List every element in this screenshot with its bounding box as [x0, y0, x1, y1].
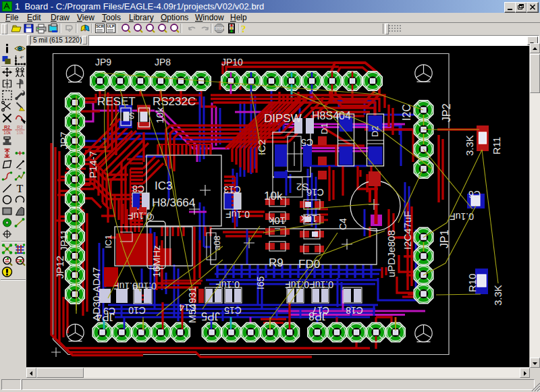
svg-text:10k: 10k: [269, 215, 286, 227]
svg-text:JP12: JP12: [54, 256, 65, 279]
svg-text:I65: I65: [255, 276, 266, 289]
svg-text:JP5: JP5: [201, 310, 220, 322]
svg-text:0.1uF: 0.1uF: [128, 211, 152, 221]
svg-text:JP4: JP4: [96, 311, 115, 323]
svg-text:I2C47uF: I2C47uF: [402, 211, 413, 250]
svg-text:H8S404: H8S404: [312, 110, 351, 121]
svg-text:C4: C4: [338, 218, 348, 230]
svg-text:C5: C5: [301, 137, 313, 148]
svg-text:DIPSW: DIPSW: [264, 112, 302, 125]
svg-text:D2: D2: [370, 125, 380, 137]
svg-text:10k: 10k: [16, 130, 24, 135]
svg-text:STOP: STOP: [215, 26, 224, 30]
svg-text:RS232C: RS232C: [153, 95, 196, 108]
svg-text:D1: D1: [319, 123, 329, 134]
svg-text:SCR: SCR: [96, 24, 104, 28]
svg-text:RESET: RESET: [97, 95, 136, 108]
svg-text:4°: 4°: [20, 55, 24, 59]
svg-text:IC3: IC3: [155, 179, 172, 192]
svg-text:C16: C16: [306, 187, 324, 198]
svg-text:16MHz: 16MHz: [151, 245, 162, 277]
svg-text:C8: C8: [132, 184, 144, 194]
svg-text:IC1: IC1: [103, 235, 113, 248]
svg-text:JP8: JP8: [155, 57, 171, 67]
svg-text:0.1uF: 0.1uF: [309, 279, 333, 290]
svg-text:JP9: JP9: [95, 57, 111, 67]
svg-text:10k: 10k: [300, 213, 317, 225]
svg-text:JP8: JP8: [308, 310, 327, 322]
svg-text:uPDJe808: uPDJe808: [385, 230, 397, 277]
svg-text:C15: C15: [224, 305, 242, 316]
svg-text:C18: C18: [346, 305, 363, 316]
svg-text:R11: R11: [491, 137, 502, 155]
svg-text:C13: C13: [223, 184, 241, 195]
svg-text:ULP: ULP: [107, 24, 115, 28]
svg-text:JP1: JP1: [439, 229, 450, 248]
svg-text:3.3K: 3.3K: [492, 285, 504, 306]
svg-text:C6: C6: [468, 189, 481, 200]
svg-text:C10: C10: [128, 305, 146, 316]
svg-text:10k: 10k: [264, 190, 283, 202]
svg-text:3.3K: 3.3K: [464, 135, 475, 156]
svg-text:R2: R2: [17, 125, 23, 130]
svg-text:P14-7: P14-7: [87, 151, 99, 178]
svg-text:C14: C14: [179, 302, 196, 313]
svg-text:10k: 10k: [3, 130, 11, 135]
svg-text:JP10: JP10: [221, 57, 243, 67]
svg-text:0.1uF: 0.1uF: [225, 209, 250, 220]
svg-text:R9: R9: [269, 256, 284, 269]
svg-text:I2C: I2C: [401, 104, 412, 121]
svg-text:JP2: JP2: [441, 103, 452, 122]
svg-text:H8/3664: H8/3664: [152, 196, 195, 209]
svg-text:JP11: JP11: [58, 229, 70, 252]
svg-text:?: ?: [241, 24, 246, 34]
svg-text:R2: R2: [4, 125, 10, 130]
svg-text:S1: S1: [124, 111, 134, 120]
svg-text:R10: R10: [466, 273, 478, 292]
svg-text:JP7: JP7: [58, 132, 70, 149]
svg-text:T: T: [17, 183, 24, 194]
